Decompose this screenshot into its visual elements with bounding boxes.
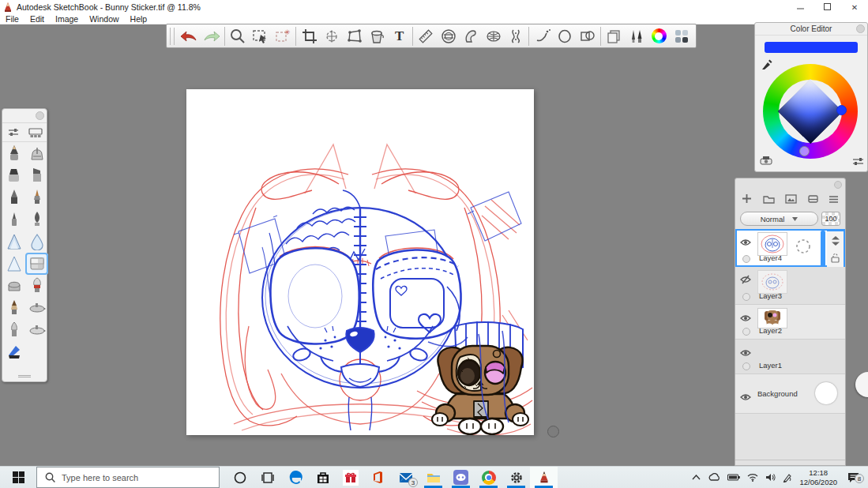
- brush-eraser[interactable]: [25, 253, 48, 275]
- action-center-button[interactable]: 8: [844, 472, 862, 482]
- gift-app-button[interactable]: [336, 467, 364, 488]
- visibility-eye-icon[interactable]: [740, 390, 751, 404]
- symmetry-tool[interactable]: [505, 26, 528, 47]
- layer-color-tag[interactable]: [742, 293, 750, 301]
- layer-color-tag[interactable]: [742, 255, 750, 263]
- battery-icon[interactable]: [727, 474, 740, 481]
- distort-tool[interactable]: [343, 26, 366, 47]
- panel-puck-icon[interactable]: [834, 181, 842, 189]
- maximize-button[interactable]: [814, 0, 841, 14]
- hue-marker[interactable]: [836, 105, 847, 115]
- brush-palette-header[interactable]: [2, 109, 47, 123]
- collapsed-panel-handle[interactable]: [855, 372, 868, 397]
- menu-edit[interactable]: Edit: [24, 14, 50, 24]
- visibility-eye-icon[interactable]: [740, 346, 751, 360]
- visibility-eye-icon[interactable]: [740, 235, 751, 250]
- layers-menu-icon[interactable]: [829, 193, 839, 207]
- minimize-button[interactable]: [787, 0, 814, 14]
- brush-airbrush-nozzle[interactable]: [25, 142, 48, 164]
- brush-chisel-marker[interactable]: [25, 164, 48, 186]
- perspective-tool[interactable]: [482, 26, 505, 47]
- layer-row-background[interactable]: Background: [735, 374, 845, 414]
- add-image-icon[interactable]: [785, 193, 797, 207]
- marking-menu-icon[interactable]: [795, 238, 811, 254]
- layer-color-tag[interactable]: [742, 328, 750, 336]
- cortana-button[interactable]: [226, 467, 254, 488]
- office-button[interactable]: [364, 467, 392, 488]
- brush-settings-icon[interactable]: [2, 123, 24, 141]
- pen-icon[interactable]: [783, 473, 792, 482]
- current-color-swatch[interactable]: [765, 42, 858, 53]
- wifi-icon[interactable]: [747, 473, 758, 482]
- layer-row-layer3[interactable]: Layer3: [735, 267, 845, 305]
- chrome-button[interactable]: [475, 467, 502, 488]
- deselect-tool[interactable]: ✳: [272, 26, 295, 47]
- add-layer-icon[interactable]: [742, 193, 752, 207]
- brush-airbrush-cone[interactable]: [2, 231, 25, 253]
- layer-row-layer1[interactable]: Layer1: [735, 340, 845, 374]
- drawing-canvas[interactable]: [186, 89, 534, 435]
- brush-shaving-brush[interactable]: [25, 275, 48, 297]
- ellipse-guide-tool[interactable]: [437, 26, 460, 47]
- taskbar-clock[interactable]: 12:18 12/06/2020: [799, 468, 837, 486]
- file-explorer-button[interactable]: [419, 467, 447, 488]
- palette-resize-handle[interactable]: [2, 375, 47, 380]
- steady-stroke-tool[interactable]: [531, 26, 554, 47]
- brush-quill[interactable]: [25, 208, 48, 231]
- ellipse-tool[interactable]: [554, 26, 577, 47]
- layers-scrollbar-thumb[interactable]: [821, 231, 825, 267]
- shapes-tool[interactable]: [576, 26, 599, 47]
- discord-button[interactable]: [447, 467, 475, 488]
- brush-pencil[interactable]: [2, 142, 25, 164]
- visibility-eye-icon[interactable]: [740, 311, 751, 325]
- layer-color-tag[interactable]: [742, 362, 750, 370]
- reorder-arrows-icon[interactable]: [831, 236, 840, 246]
- brush-smear-cone[interactable]: [2, 253, 25, 275]
- lock-layer-icon[interactable]: [831, 253, 840, 263]
- menu-file[interactable]: File: [0, 14, 24, 24]
- ruler-tool[interactable]: [415, 26, 438, 47]
- menu-window[interactable]: Window: [84, 14, 124, 24]
- fill-tool[interactable]: [366, 26, 389, 47]
- brush-fine-pen[interactable]: [2, 208, 25, 231]
- color-sliders-icon[interactable]: [851, 154, 865, 168]
- tray-chevron-up-icon[interactable]: [692, 475, 701, 480]
- background-color-swatch[interactable]: [815, 382, 837, 404]
- taskbar-search-input[interactable]: Type here to search: [36, 467, 220, 488]
- text-tool[interactable]: T: [388, 26, 411, 47]
- brush-library-icon[interactable]: [24, 123, 47, 141]
- menu-help[interactable]: Help: [125, 14, 153, 24]
- crop-tool[interactable]: [298, 26, 321, 47]
- layer-style-icon[interactable]: [808, 193, 818, 207]
- layer-group-icon[interactable]: [763, 193, 775, 207]
- brush-airbrush-gun[interactable]: [25, 297, 48, 319]
- task-view-button[interactable]: [254, 467, 281, 488]
- blend-mode-dropdown[interactable]: Normal: [740, 212, 818, 226]
- eyedropper-icon[interactable]: [760, 58, 774, 72]
- color-wheel-tool[interactable]: [648, 26, 671, 47]
- mail-button[interactable]: 3: [392, 467, 419, 488]
- copic-library-tool[interactable]: [670, 26, 693, 47]
- select-tool[interactable]: [249, 26, 272, 47]
- brush-detail-brush[interactable]: [2, 297, 25, 319]
- brush-texture-brush[interactable]: [2, 319, 25, 341]
- copic-color-icon[interactable]: [759, 154, 773, 168]
- store-button[interactable]: [309, 467, 336, 488]
- panel-puck-icon[interactable]: [856, 24, 865, 33]
- value-marker[interactable]: [799, 146, 810, 156]
- brush-water-drop[interactable]: [25, 231, 48, 253]
- onedrive-icon[interactable]: [708, 473, 720, 482]
- layers-panel-header[interactable]: [735, 178, 845, 191]
- visibility-eye-off-icon[interactable]: [740, 273, 751, 287]
- canvas-corner-handle[interactable]: [547, 426, 559, 437]
- toolbar-grip[interactable]: [170, 28, 175, 45]
- brush-library-tool[interactable]: [625, 26, 648, 47]
- brush-marker[interactable]: [2, 164, 25, 186]
- redo-button[interactable]: [200, 26, 223, 47]
- sketchbook-taskbar-button[interactable]: [530, 467, 558, 488]
- undo-button[interactable]: [178, 26, 201, 47]
- french-curve-tool[interactable]: [460, 26, 483, 47]
- layer-row-layer2[interactable]: Layer2: [735, 305, 845, 340]
- edge-button[interactable]: [281, 467, 309, 488]
- close-button[interactable]: ✕: [841, 0, 868, 14]
